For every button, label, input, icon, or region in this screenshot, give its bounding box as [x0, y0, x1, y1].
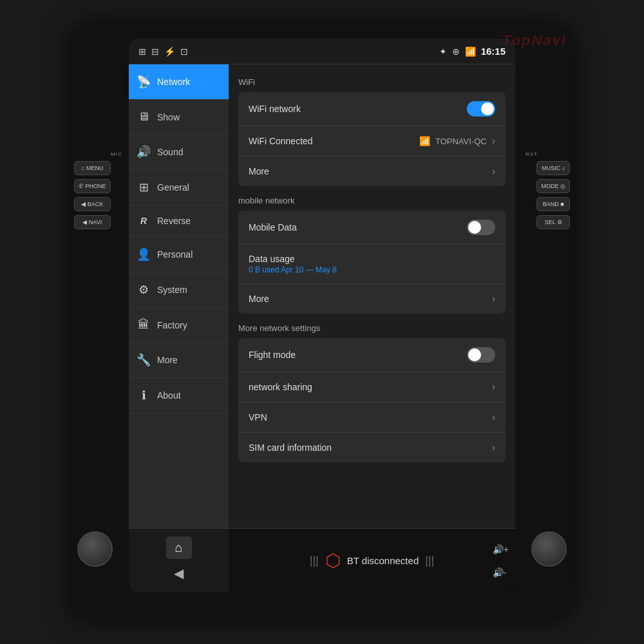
- mobile-card: Mobile Data Data usage 0 B used Apr 10 —…: [238, 211, 506, 314]
- sidebar-item-system[interactable]: ⚙ System: [129, 272, 229, 308]
- volume-down-button[interactable]: 🔊-: [493, 567, 509, 578]
- mobile-data-toggle-thumb: [468, 221, 481, 234]
- mobile-data-row[interactable]: Mobile Data: [238, 211, 506, 245]
- sound-wave-right: |||: [425, 554, 434, 567]
- bottom-navigation: ⌂ ◀: [129, 529, 229, 592]
- factory-icon: 🏛: [137, 318, 151, 332]
- music-button[interactable]: MUSIC ♪: [536, 161, 570, 175]
- phone-button[interactable]: ✆ PHONE: [74, 179, 111, 193]
- system-icon: ⚙: [137, 283, 151, 297]
- band-button[interactable]: BAND ■: [536, 197, 570, 211]
- window-icon: ⊟: [151, 46, 159, 57]
- sidebar-label-network: Network: [157, 77, 190, 87]
- wifi-more-row[interactable]: More ›: [238, 156, 506, 186]
- right-knob[interactable]: [531, 531, 567, 567]
- mobile-data-label: Mobile Data: [249, 222, 297, 232]
- reverse-icon: R: [137, 216, 151, 226]
- mobile-more-row[interactable]: More ›: [238, 284, 506, 314]
- wifi-signal-icon: 📶: [419, 136, 430, 146]
- wifi-toggle[interactable]: [467, 101, 495, 117]
- download-icon: ⊡: [180, 46, 188, 57]
- flight-mode-toggle[interactable]: [467, 347, 495, 363]
- flight-mode-toggle-thumb: [468, 348, 481, 361]
- sidebar-item-sound[interactable]: 🔊 Sound: [129, 135, 229, 170]
- app-switcher-icon: ⊞: [138, 46, 146, 57]
- mobile-data-toggle[interactable]: [467, 220, 495, 235]
- location-status-icon: ⊕: [452, 46, 460, 57]
- wifi-connected-row[interactable]: WiFi Connected 📶 TOPNAVI-QC ›: [238, 126, 506, 156]
- data-usage-sublabel: 0 B used Apr 10 — May 8: [249, 265, 337, 274]
- wifi-toggle-thumb: [481, 102, 494, 115]
- sim-card-chevron: ›: [492, 442, 495, 453]
- volume-up-button[interactable]: 🔊+: [493, 544, 509, 554]
- sound-icon: 🔊: [137, 145, 151, 159]
- mobile-more-chevron: ›: [492, 293, 495, 305]
- sidebar-item-factory[interactable]: 🏛 Factory: [129, 308, 229, 343]
- sim-card-label: SIM card information: [249, 442, 332, 453]
- show-icon: 🖥: [137, 110, 151, 124]
- data-usage-left: Data usage 0 B used Apr 10 — May 8: [249, 254, 337, 274]
- sidebar-item-reverse[interactable]: R Reverse: [129, 205, 229, 237]
- status-left-icons: ⊞ ⊟ ⚡ ⊡: [138, 46, 188, 57]
- more-network-card: Flight mode network sharing › VPN ›: [238, 338, 506, 462]
- navi-button[interactable]: ◀ NAVI: [74, 215, 111, 229]
- sidebar-label-more: More: [157, 355, 178, 365]
- sidebar-label-sound: Sound: [157, 147, 183, 157]
- more-network-section-header: More network settings: [238, 323, 506, 333]
- settings-panel: WiFi WiFi network WiFi Connected 📶 TOPNA…: [229, 64, 515, 528]
- sel-button[interactable]: SEL ⚙: [536, 215, 570, 229]
- sidebar-item-network[interactable]: 📡 Network: [129, 64, 229, 100]
- main-content-area: 📡 Network 🖥 Show 🔊 Sound ⊞ General R: [129, 64, 515, 528]
- flight-mode-label: Flight mode: [249, 350, 296, 360]
- mobile-more-label: More: [249, 294, 269, 304]
- wifi-network-row[interactable]: WiFi network: [238, 92, 506, 126]
- flight-mode-row[interactable]: Flight mode: [238, 338, 506, 372]
- usb-icon: ⚡: [164, 46, 175, 57]
- wifi-ssid: TOPNAVI-QC: [435, 137, 487, 146]
- volume-controls: 🔊+ 🔊-: [493, 544, 509, 578]
- wifi-more-chevron: ›: [492, 166, 495, 177]
- right-side-buttons: MUSIC ♪ MODE ◎ BAND ■ SEL ⚙: [533, 155, 573, 236]
- more-icon: 🔧: [137, 353, 151, 367]
- sidebar-label-general: General: [157, 182, 189, 193]
- wifi-section-header: WiFi: [238, 77, 506, 87]
- sidebar-item-show[interactable]: 🖥 Show: [129, 100, 229, 135]
- mode-button[interactable]: MODE ◎: [536, 179, 570, 193]
- clock: 16:15: [481, 46, 506, 57]
- wifi-status-icon: 📶: [465, 46, 476, 57]
- wifi-connected-right: 📶 TOPNAVI-QC ›: [419, 135, 495, 147]
- vpn-label: VPN: [249, 412, 267, 422]
- left-knob[interactable]: [77, 531, 113, 567]
- wifi-more-label: More: [249, 166, 269, 176]
- network-icon: 📡: [137, 75, 151, 89]
- sidebar-label-personal: Personal: [157, 249, 193, 260]
- bluetooth-status-icon: ✦: [439, 46, 447, 57]
- sidebar-item-general[interactable]: ⊞ General: [129, 170, 229, 205]
- data-usage-label: Data usage: [249, 254, 337, 264]
- back-nav-button[interactable]: ◀: [166, 562, 192, 585]
- network-sharing-chevron: ›: [492, 381, 495, 393]
- status-right-icons: ✦ ⊕ 📶 16:15: [439, 46, 506, 57]
- sidebar-label-reverse: Reverse: [157, 216, 191, 226]
- sidebar-label-factory: Factory: [157, 320, 187, 330]
- menu-button[interactable]: ⌂ MENU: [74, 161, 111, 175]
- sidebar: 📡 Network 🖥 Show 🔊 Sound ⊞ General R: [129, 64, 229, 528]
- bt-status-text: BT disconnected: [347, 555, 419, 566]
- personal-icon: 👤: [137, 247, 151, 261]
- vpn-row[interactable]: VPN ›: [238, 402, 506, 433]
- sidebar-item-more[interactable]: 🔧 More: [129, 343, 229, 378]
- wifi-connected-chevron: ›: [492, 135, 495, 147]
- sidebar-label-system: System: [157, 285, 187, 295]
- wifi-card: WiFi network WiFi Connected 📶 TOPNAVI-QC…: [238, 92, 506, 186]
- status-bar: ⊞ ⊟ ⚡ ⊡ ✦ ⊕ 📶 16:15: [129, 39, 515, 64]
- general-icon: ⊞: [137, 180, 151, 194]
- sim-card-row[interactable]: SIM card information ›: [238, 433, 506, 462]
- back-button[interactable]: ◀ BACK: [74, 197, 111, 211]
- home-button[interactable]: ⌂: [166, 536, 192, 559]
- sidebar-label-show: Show: [157, 112, 180, 122]
- sidebar-item-about[interactable]: ℹ About: [129, 378, 229, 413]
- wifi-network-label: WiFi network: [249, 104, 301, 114]
- data-usage-row[interactable]: Data usage 0 B used Apr 10 — May 8: [238, 245, 506, 284]
- network-sharing-row[interactable]: network sharing ›: [238, 372, 506, 402]
- sidebar-item-personal[interactable]: 👤 Personal: [129, 237, 229, 272]
